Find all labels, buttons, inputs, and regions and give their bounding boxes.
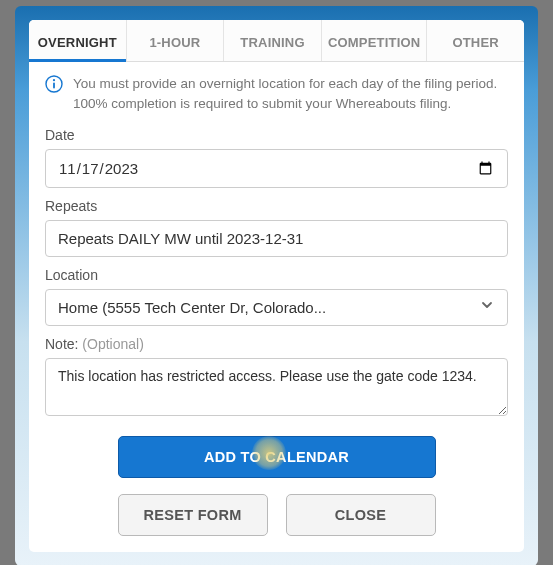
location-select-wrap: Home (5555 Tech Center Dr, Colorado... bbox=[45, 289, 508, 326]
tab-training[interactable]: TRAINING bbox=[224, 20, 322, 61]
info-icon bbox=[45, 75, 63, 97]
date-label: Date bbox=[45, 127, 508, 143]
info-banner: You must provide an overnight location f… bbox=[45, 74, 508, 115]
date-input[interactable] bbox=[45, 149, 508, 188]
form-card: OVERNIGHT 1-HOUR TRAINING COMPETITION OT… bbox=[29, 20, 524, 552]
svg-rect-2 bbox=[53, 83, 55, 89]
tab-1-hour[interactable]: 1-HOUR bbox=[127, 20, 225, 61]
tab-competition[interactable]: COMPETITION bbox=[322, 20, 427, 61]
svg-point-1 bbox=[53, 79, 55, 81]
add-to-calendar-button[interactable]: ADD TO CALENDAR bbox=[118, 436, 436, 478]
location-label: Location bbox=[45, 267, 508, 283]
tab-other[interactable]: OTHER bbox=[427, 20, 524, 61]
note-label: Note: (Optional) bbox=[45, 336, 508, 352]
form-body: You must provide an overnight location f… bbox=[29, 62, 524, 552]
info-text: You must provide an overnight location f… bbox=[73, 74, 508, 115]
note-textarea[interactable]: This location has restricted access. Ple… bbox=[45, 358, 508, 416]
repeats-label: Repeats bbox=[45, 198, 508, 214]
primary-button-row: ADD TO CALENDAR bbox=[45, 436, 508, 478]
location-select[interactable]: Home (5555 Tech Center Dr, Colorado... bbox=[45, 289, 508, 326]
reset-form-button[interactable]: RESET FORM bbox=[118, 494, 268, 536]
repeats-input[interactable] bbox=[45, 220, 508, 257]
secondary-button-row: RESET FORM CLOSE bbox=[45, 494, 508, 536]
tab-overnight[interactable]: OVERNIGHT bbox=[29, 20, 127, 61]
close-button[interactable]: CLOSE bbox=[286, 494, 436, 536]
modal-panel: OVERNIGHT 1-HOUR TRAINING COMPETITION OT… bbox=[15, 6, 538, 565]
note-label-text: Note: bbox=[45, 336, 78, 352]
note-optional: (Optional) bbox=[82, 336, 143, 352]
category-tabs: OVERNIGHT 1-HOUR TRAINING COMPETITION OT… bbox=[29, 20, 524, 62]
